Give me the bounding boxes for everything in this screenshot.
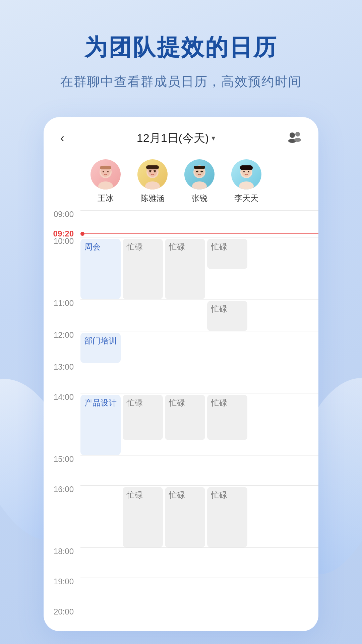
svg-point-0 [290,132,295,138]
date-dropdown-arrow: ▾ [212,134,215,143]
time-events-1400: 产品设计 忙碌 忙碌 [80,393,318,455]
event-bumenpeixun[interactable]: 部门培训 [80,333,121,363]
time-label-1900: 19:00 [44,578,80,586]
svg-rect-29 [240,165,253,170]
time-label-1100: 11:00 [44,299,80,307]
page-subtitle: 在群聊中查看群成员日历，高效预约时间 [60,73,302,90]
current-time-line [80,233,318,234]
event-mangle-li-1000[interactable]: 忙碌 [207,239,247,269]
event-col-zhang-1100 [165,301,205,331]
event-col-wang-1000: 周会 [80,239,121,299]
svg-point-31 [248,171,249,172]
event-col-wang-1200: 部门培训 [80,333,121,363]
time-label-1600: 16:00 [44,485,80,493]
time-row-1600: 16:00 忙碌 忙碌 [44,485,318,547]
time-label-1800: 18:00 [44,547,80,555]
time-line-1300 [80,363,318,363]
event-col-li-1600: 忙碌 [207,487,247,547]
event-mangle-chen-1600[interactable]: 忙碌 [123,487,163,547]
page-headline: 为团队提效的日历 [84,34,278,61]
events-1400: 产品设计 忙碌 忙碌 [80,393,315,455]
time-label-1400: 14:00 [44,393,80,401]
events-1000: 周会 忙碌 忙碌 [80,237,315,299]
time-label-1000: 10:00 [44,237,80,245]
svg-point-8 [103,171,104,172]
event-mangle-zhang-1600[interactable]: 忙碌 [165,487,205,547]
time-events-1200: 部门培训 [80,331,318,363]
svg-rect-21 [194,166,205,169]
event-col-li-1000: 忙碌 [207,239,247,299]
time-label-1300: 13:00 [44,363,80,371]
group-members-icon[interactable] [288,131,302,146]
event-mangle-chen-1000[interactable]: 忙碌 [123,239,163,299]
time-row-1200: 12:00 部门培训 [44,331,318,363]
avatar-name-wang: 王冰 [98,193,114,204]
time-row-1000: 10:00 周会 忙碌 [44,237,318,299]
events-1100: 忙碌 [80,300,315,331]
svg-point-5 [98,181,113,190]
events-1200: 部门培训 [80,331,315,363]
time-label-0900: 09:00 [44,210,80,218]
time-events-1100: 忙碌 [80,299,318,331]
time-label-1200: 12:00 [44,331,80,339]
time-row-0900: 09:00 [44,210,318,230]
event-col-zhang-1600: 忙碌 [165,487,205,547]
svg-point-19 [192,181,207,190]
time-line-0900 [80,210,318,211]
event-zhouhu[interactable]: 周会 [80,239,121,299]
svg-point-30 [243,171,245,172]
event-chanpinsheji[interactable]: 产品设计 [80,395,121,455]
svg-rect-13 [146,165,159,169]
time-row-1500: 15:00 [44,455,318,485]
card-header: ‹ 12月1日(今天) ▾ [44,117,318,153]
time-line-1800 [80,547,318,548]
calendar-card: ‹ 12月1日(今天) ▾ [44,117,318,631]
time-row-1400: 14:00 产品设计 忙碌 [44,393,318,455]
svg-rect-7 [100,166,111,169]
avatar-item-li[interactable]: 李天天 [228,159,265,204]
avatar-item-wang[interactable]: 王冰 [87,159,124,204]
event-mangle-zhang-1400[interactable]: 忙碌 [165,395,205,440]
event-col-zhang-1000: 忙碌 [165,239,205,299]
svg-point-27 [239,181,254,190]
event-col-chen-1100 [123,301,163,331]
svg-point-2 [295,132,300,137]
time-label-2000: 20:00 [44,608,80,616]
event-mangle-li-1400[interactable]: 忙碌 [207,395,247,440]
time-events-1000: 周会 忙碌 忙碌 [80,237,318,299]
time-row-1100: 11:00 忙碌 [44,299,318,331]
avatar-item-chen[interactable]: 陈雅涵 [134,159,171,204]
avatars-row: 王冰 陈雅涵 [44,153,318,207]
event-col-wang-1600 [80,487,121,547]
avatar-name-chen: 陈雅涵 [140,193,165,204]
time-line-1900 [80,578,318,578]
event-col-li-1400: 忙碌 [207,395,247,455]
event-mangle-li-1600[interactable]: 忙碌 [207,487,247,547]
event-col-wang-1400: 产品设计 [80,395,121,455]
time-line-1500 [80,455,318,455]
date-label: 12月1日(今天) [137,130,209,146]
event-col-chen-1600: 忙碌 [123,487,163,547]
timeline: 09:00 09:20 10:00 周会 [44,210,318,621]
time-row-1900: 19:00 [44,578,318,608]
event-col-chen-1000: 忙碌 [123,239,163,299]
time-row-1800: 18:00 [44,547,318,578]
time-events-1600: 忙碌 忙碌 忙碌 [80,485,318,547]
date-title[interactable]: 12月1日(今天) ▾ [137,130,215,146]
time-line-2000 [80,608,318,608]
current-time-row: 09:20 [44,230,318,237]
avatar-item-zhang[interactable]: 张锐 [181,159,218,204]
svg-point-9 [107,171,109,172]
event-mangle-zhang-1000[interactable]: 忙碌 [165,239,205,299]
current-time-dot [80,232,84,236]
svg-point-3 [294,138,301,142]
event-col-li-1100: 忙碌 [207,301,247,331]
avatar-name-li: 李天天 [234,193,258,204]
avatar-name-zhang: 张锐 [191,193,207,204]
time-label-1500: 15:00 [44,455,80,463]
back-button[interactable]: ‹ [60,131,64,145]
event-mangle-li-1100[interactable]: 忙碌 [207,301,247,331]
event-col-wang-1100 [80,301,121,331]
event-col-chen-1400: 忙碌 [123,395,163,455]
event-mangle-chen-1400[interactable]: 忙碌 [123,395,163,440]
